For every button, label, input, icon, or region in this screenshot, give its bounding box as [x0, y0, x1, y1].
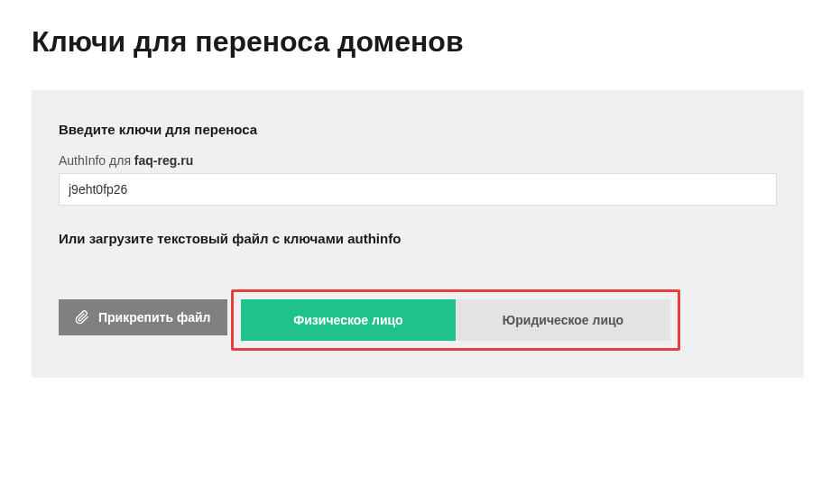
authinfo-label-prefix: AuthInfo для: [59, 153, 134, 168]
authinfo-domain: faq-reg.ru: [134, 153, 193, 168]
enter-keys-heading: Введите ключи для переноса: [59, 122, 777, 137]
authinfo-input[interactable]: [59, 173, 777, 206]
authinfo-field-label: AuthInfo для faq-reg.ru: [59, 153, 777, 168]
attach-file-label: Прикрепить файл: [98, 310, 211, 325]
transfer-keys-panel: Введите ключи для переноса AuthInfo для …: [32, 90, 804, 378]
entity-toggle-highlight: Физическое лицо Юридическое лицо: [231, 289, 680, 351]
entity-individual-button[interactable]: Физическое лицо: [241, 299, 456, 341]
entity-type-toggle: Физическое лицо Юридическое лицо: [241, 299, 670, 341]
page-title: Ключи для переноса доменов: [0, 0, 840, 59]
entity-legal-button[interactable]: Юридическое лицо: [456, 299, 670, 341]
attach-file-button[interactable]: Прикрепить файл: [59, 299, 227, 335]
upload-heading: Или загрузите текстовый файл с ключами a…: [59, 231, 777, 246]
paperclip-icon: [75, 310, 89, 325]
